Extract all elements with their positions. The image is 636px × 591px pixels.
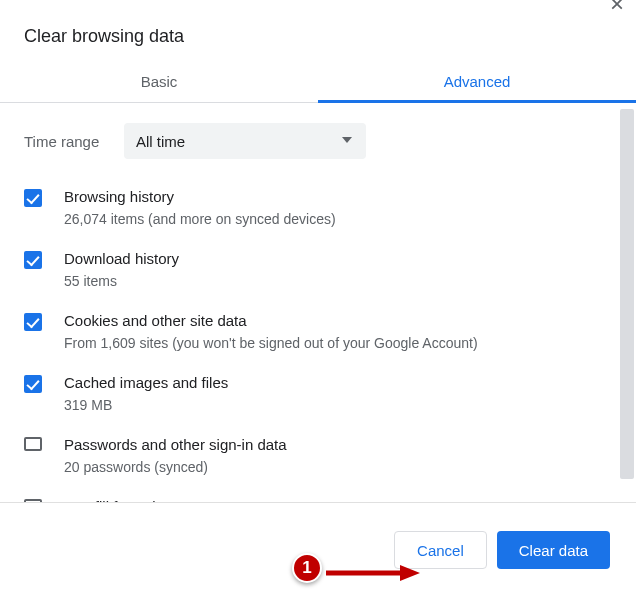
item-subtitle: 20 passwords (synced) <box>64 457 287 477</box>
checkbox-browsing-history[interactable] <box>24 189 42 207</box>
clear-data-button[interactable]: Clear data <box>497 531 610 569</box>
checkbox-cache[interactable] <box>24 375 42 393</box>
scrollbar[interactable] <box>620 109 634 497</box>
time-range-row: Time range All time <box>24 103 612 177</box>
tab-bar: Basic Advanced <box>0 63 636 103</box>
item-cache: Cached images and files 319 MB <box>24 363 612 425</box>
item-cookies: Cookies and other site data From 1,609 s… <box>24 301 612 363</box>
close-icon[interactable]: × <box>610 0 624 18</box>
checkbox-cookies[interactable] <box>24 313 42 331</box>
item-browsing-history: Browsing history 26,074 items (and more … <box>24 177 612 239</box>
item-passwords: Passwords and other sign-in data 20 pass… <box>24 425 612 487</box>
dialog-actions: Cancel Clear data <box>394 531 610 569</box>
time-range-select[interactable]: All time <box>124 123 366 159</box>
annotation-badge-1: 1 <box>292 553 322 583</box>
time-range-label: Time range <box>24 133 124 150</box>
dropdown-icon <box>342 137 352 143</box>
time-range-value: All time <box>136 133 185 150</box>
checkbox-passwords[interactable] <box>24 437 42 451</box>
dialog-body: Time range All time Browsing history 26,… <box>0 103 636 503</box>
item-subtitle: From 1,609 sites (you won't be signed ou… <box>64 333 478 353</box>
scroll-thumb[interactable] <box>620 109 634 479</box>
item-autofill: Autofill form data <box>24 487 612 503</box>
item-title: Download history <box>64 249 179 269</box>
cancel-button[interactable]: Cancel <box>394 531 487 569</box>
tab-advanced[interactable]: Advanced <box>318 63 636 102</box>
item-subtitle: 26,074 items (and more on synced devices… <box>64 209 336 229</box>
item-title: Passwords and other sign-in data <box>64 435 287 455</box>
checkbox-download-history[interactable] <box>24 251 42 269</box>
checkbox-autofill[interactable] <box>24 499 42 503</box>
item-subtitle: 319 MB <box>64 395 228 415</box>
item-title: Autofill form data <box>64 497 177 503</box>
item-title: Cookies and other site data <box>64 311 478 331</box>
item-title: Cached images and files <box>64 373 228 393</box>
tab-basic[interactable]: Basic <box>0 63 318 102</box>
item-title: Browsing history <box>64 187 336 207</box>
item-download-history: Download history 55 items <box>24 239 612 301</box>
item-subtitle: 55 items <box>64 271 179 291</box>
dialog-title: Clear browsing data <box>0 0 636 63</box>
clear-browsing-data-dialog: × Clear browsing data Basic Advanced Tim… <box>0 0 636 591</box>
